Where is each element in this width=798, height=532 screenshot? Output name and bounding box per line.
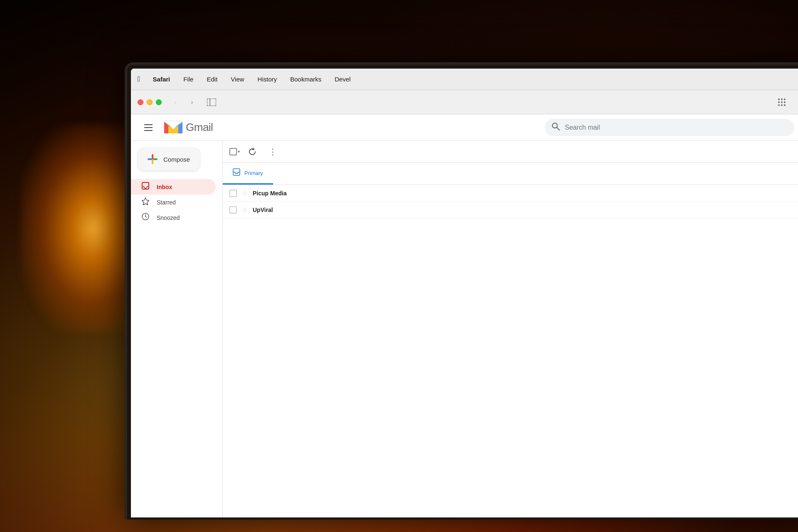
hamburger-menu-button[interactable]: [141, 121, 156, 134]
email-row[interactable]: ☆ UpViral: [223, 202, 798, 218]
menubar-edit[interactable]: Edit: [204, 74, 220, 84]
svg-point-3: [552, 123, 557, 128]
sidebar-item-snoozed[interactable]: Snoozed: [131, 210, 216, 225]
star-button[interactable]: ☆: [242, 189, 248, 197]
email-checkbox[interactable]: [229, 190, 237, 197]
checkbox-dropdown-arrow[interactable]: ▾: [238, 149, 240, 154]
svg-line-9: [145, 217, 147, 217]
compose-label: Compose: [163, 156, 190, 163]
svg-line-4: [557, 128, 559, 130]
apple-menu[interactable]: : [138, 75, 140, 84]
grid-dot: [784, 104, 786, 106]
email-tabs: Primary: [223, 163, 798, 185]
star-button[interactable]: ☆: [242, 206, 248, 214]
email-checkbox[interactable]: [229, 206, 237, 214]
svg-marker-6: [142, 198, 149, 205]
snoozed-label: Snoozed: [157, 214, 180, 221]
gmail-logo: Gmail: [163, 117, 213, 138]
primary-tab-label: Primary: [244, 170, 263, 176]
hamburger-line: [144, 124, 153, 125]
traffic-lights: [138, 99, 162, 105]
email-rows: ☆ Picup Media ☆ UpViral: [223, 185, 798, 517]
menubar-history[interactable]: History: [255, 74, 280, 84]
fullscreen-button[interactable]: [156, 99, 162, 105]
hamburger-line: [144, 130, 153, 131]
minimize-button[interactable]: [147, 99, 153, 105]
select-all-checkbox[interactable]: [229, 148, 237, 155]
grid-dot: [778, 104, 780, 106]
gmail-wordmark: Gmail: [186, 121, 213, 134]
macos-menubar:  Safari File Edit View History Bookmark…: [131, 69, 798, 90]
refresh-button[interactable]: [245, 144, 260, 159]
primary-tab-icon: [233, 168, 240, 177]
forward-button[interactable]: ›: [186, 96, 198, 108]
menubar-safari[interactable]: Safari: [150, 74, 173, 84]
clock-icon: [141, 212, 150, 223]
grid-dot: [778, 101, 780, 103]
screen:  Safari File Edit View History Bookmark…: [131, 69, 798, 517]
more-options-button[interactable]: ⋮: [265, 144, 280, 159]
search-bar[interactable]: [545, 119, 794, 136]
svg-rect-0: [207, 99, 216, 106]
safari-toolbar: ‹ ›: [131, 90, 798, 114]
star-icon: [141, 197, 150, 207]
gmail-page: Gmail Compose: [131, 114, 798, 517]
sidebar-item-starred[interactable]: Starred: [131, 195, 216, 210]
grid-dot: [781, 104, 783, 106]
close-button[interactable]: [138, 99, 143, 105]
search-icon: [552, 122, 560, 133]
menubar-file[interactable]: File: [181, 74, 196, 84]
grid-dot: [784, 101, 786, 103]
gmail-m-svg: [163, 117, 184, 138]
grid-dot: [778, 99, 780, 100]
email-row[interactable]: ☆ Picup Media: [223, 185, 798, 202]
compose-plus-icon: [148, 154, 158, 164]
compose-button[interactable]: Compose: [138, 148, 200, 171]
menubar-bookmarks[interactable]: Bookmarks: [288, 74, 324, 84]
gmail-sidebar: Compose Inbox: [131, 141, 222, 517]
back-button[interactable]: ‹: [169, 96, 182, 108]
email-toolbar: ▾ ⋮: [223, 141, 798, 163]
menubar-view[interactable]: View: [228, 74, 246, 84]
sidebar-item-inbox[interactable]: Inbox: [131, 179, 216, 195]
apps-grid-button[interactable]: [774, 96, 789, 108]
select-all-checkbox-area[interactable]: ▾: [229, 148, 240, 155]
inbox-label: Inbox: [157, 184, 172, 190]
gmail-main: Compose Inbox: [131, 141, 798, 517]
sidebar-toggle-button[interactable]: [204, 96, 219, 108]
email-sender: Picup Media: [253, 190, 336, 197]
inbox-icon: [141, 182, 150, 192]
search-input[interactable]: [565, 124, 788, 131]
menubar-develop[interactable]: Devel: [332, 74, 353, 84]
grid-dot: [781, 101, 783, 103]
email-sender: UpViral: [253, 207, 336, 213]
grid-dot: [784, 99, 786, 100]
tab-primary[interactable]: Primary: [223, 163, 273, 185]
grid-dot: [781, 99, 783, 100]
starred-label: Starred: [157, 199, 176, 206]
hamburger-line: [144, 127, 153, 128]
gmail-header: Gmail: [131, 114, 798, 141]
email-list-area: ▾ ⋮: [222, 141, 798, 517]
